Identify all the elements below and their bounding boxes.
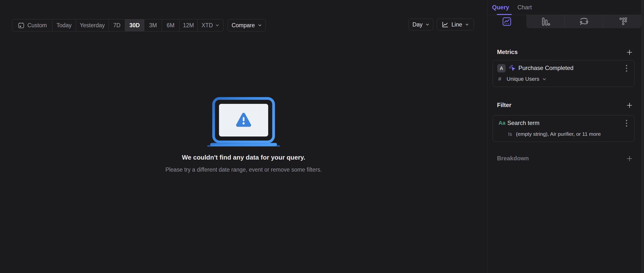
date-range-6m[interactable]: 6M (162, 19, 180, 31)
breakdown-heading: Breakdown (497, 155, 529, 162)
compare-button[interactable]: Compare (228, 19, 266, 31)
filter-operator[interactable]: Is (508, 131, 512, 137)
tab-label: Query (492, 4, 509, 11)
report-tab-flows[interactable] (564, 15, 603, 28)
report-type-tabs (488, 15, 641, 28)
date-range-label: Custom (27, 22, 47, 29)
chevron-down-icon (426, 22, 430, 26)
chart-type-label: Line (452, 21, 462, 28)
plus-icon (626, 155, 633, 162)
aggregation-symbol: # (498, 76, 501, 82)
kebab-menu-icon (626, 119, 628, 127)
metrics-heading: Metrics (497, 49, 518, 55)
string-property-icon: Aa (498, 120, 505, 126)
plus-icon (626, 102, 633, 109)
chevron-down-icon (542, 77, 546, 81)
query-builder-panel: Query Chart (487, 0, 644, 273)
tab-label: Chart (518, 4, 532, 11)
granularity-dropdown[interactable]: Day (408, 19, 433, 30)
report-tab-funnels[interactable] (526, 15, 564, 28)
date-range-label: 30D (129, 22, 140, 29)
date-range-xtd[interactable]: XTD (198, 19, 223, 31)
date-range-label: 12M (183, 22, 194, 29)
report-tab-retention[interactable] (603, 15, 641, 28)
event-cursor-icon (508, 64, 516, 72)
date-range-3m[interactable]: 3M (144, 19, 162, 31)
report-type-tabs-inactive (526, 15, 641, 28)
calendar-icon (18, 21, 25, 29)
line-chart-icon (442, 21, 448, 28)
empty-state: We couldn't find any data for your query… (0, 97, 487, 173)
metric-card[interactable]: A Purchase Completed # Un (492, 60, 634, 87)
tab-chart[interactable]: Chart (518, 0, 532, 15)
date-range-7d[interactable]: 7D (109, 19, 125, 31)
date-range-today[interactable]: Today (52, 19, 76, 31)
metric-row-aggregation: # Unique Users (493, 76, 634, 83)
chevron-down-icon (258, 23, 262, 27)
filter-property-name[interactable]: Search term (507, 120, 540, 126)
aggregation-dropdown[interactable]: Unique Users (506, 76, 546, 82)
date-range-label: 6M (167, 22, 174, 29)
plus-icon (626, 49, 633, 56)
sidebar-scrollbar[interactable] (641, 0, 644, 273)
aggregation-label: Unique Users (506, 76, 539, 82)
add-metric-button[interactable] (626, 49, 633, 56)
date-range-30d[interactable]: 30D (125, 19, 144, 31)
metric-letter-badge: A (497, 64, 506, 72)
panel-tab-bar: Query Chart (488, 0, 641, 15)
flows-icon (579, 16, 589, 27)
chevron-down-icon (215, 23, 219, 27)
compare-label: Compare (232, 22, 255, 29)
metric-row-event: A Purchase Completed (493, 64, 634, 73)
date-range-label: 7D (113, 22, 120, 29)
filter-heading: Filter (497, 102, 512, 108)
tab-query[interactable]: Query (492, 0, 509, 15)
funnels-icon (540, 16, 550, 27)
metric-menu-button[interactable] (623, 64, 630, 72)
empty-state-title: We couldn't find any data for your query… (0, 154, 487, 161)
date-range-12m[interactable]: 12M (180, 19, 198, 31)
filter-values[interactable]: (empty string), Air purifier, or 11 more (516, 131, 601, 137)
filter-menu-button[interactable] (623, 119, 630, 127)
date-range-label: Yesterday (80, 22, 105, 29)
filter-row-condition: Is (empty string), Air purifier, or 11 m… (493, 131, 634, 138)
filter-row-property: Aa Search term (493, 119, 634, 128)
kebab-menu-icon (626, 64, 628, 72)
chevron-down-icon (465, 22, 469, 26)
add-filter-button[interactable] (626, 102, 633, 109)
analytics-app: Custom Today Yesterday 7D 30D 3M 6M 12M … (0, 0, 644, 273)
date-range-label: Today (56, 22, 72, 29)
insights-icon (502, 16, 512, 27)
metric-event-name[interactable]: Purchase Completed (518, 65, 574, 71)
report-tab-insights[interactable] (488, 15, 526, 28)
report-canvas: Custom Today Yesterday 7D 30D 3M 6M 12M … (0, 0, 487, 273)
granularity-label: Day (412, 21, 422, 28)
date-range-label: XTD (202, 22, 213, 29)
date-range-custom[interactable]: Custom (12, 19, 52, 31)
empty-state-subtitle: Please try a different date range, event… (0, 166, 487, 173)
add-breakdown-button[interactable] (626, 155, 633, 162)
chart-type-dropdown[interactable]: Line (437, 19, 474, 30)
date-range-yesterday[interactable]: Yesterday (76, 19, 109, 31)
date-range-label: 3M (149, 22, 157, 29)
date-range-group: Custom Today Yesterday 7D 30D 3M 6M 12M … (12, 19, 224, 31)
filter-card[interactable]: Aa Search term Is (empty string), Air pu… (492, 115, 634, 142)
retention-icon (617, 16, 628, 27)
no-data-laptop-illustration (207, 97, 280, 148)
